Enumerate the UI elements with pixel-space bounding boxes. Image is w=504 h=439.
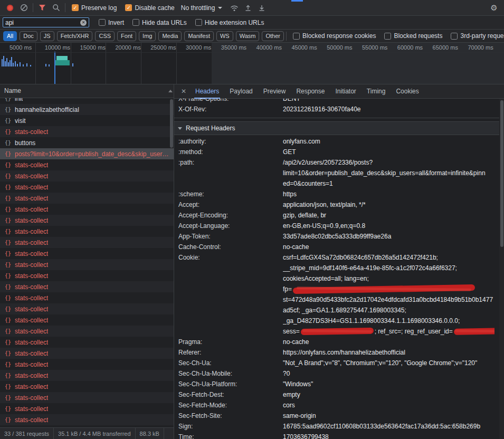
request-row[interactable]: {}buttons	[0, 137, 174, 148]
header-name: Pragma:	[174, 337, 283, 347]
overview-timeline[interactable]: 5000 ms10000 ms15000 ms20000 ms25000 ms3…	[0, 43, 504, 84]
activity-bar	[72, 63, 73, 66]
request-list-scrollbar[interactable]	[169, 98, 174, 427]
request-row[interactable]: {}stats-collect	[0, 403, 174, 414]
filter-chip-img[interactable]: Img	[139, 31, 156, 41]
tab-response[interactable]: Response	[291, 84, 330, 99]
request-row[interactable]: {}stats-collect	[0, 237, 174, 248]
preserve-log-checkbox[interactable]: Preserve log	[72, 4, 117, 12]
hide-extension-urls-checkbox[interactable]: Hide extension URLs	[195, 19, 264, 26]
blocked-response-cookies-checkbox[interactable]: Blocked response cookies	[293, 32, 376, 40]
filter-chip-wasm[interactable]: Wasm	[236, 31, 260, 41]
throttling-select[interactable]: No throttling	[181, 4, 223, 12]
tab-preview[interactable]: Preview	[258, 84, 291, 99]
filter-chip-other[interactable]: Other	[262, 31, 284, 41]
timeline-column: 45000 ms	[282, 43, 318, 84]
header-value: DENY	[283, 99, 504, 104]
tab-headers[interactable]: Headers	[190, 84, 224, 99]
scrollbar-thumb[interactable]	[500, 100, 503, 247]
request-row[interactable]: {}stats-collect	[0, 259, 174, 270]
tab-payload[interactable]: Payload	[224, 84, 258, 99]
request-row[interactable]: {}stats-collect	[0, 248, 174, 259]
settings-button[interactable]	[487, 1, 501, 15]
invert-label: Invert	[108, 19, 124, 26]
request-row[interactable]: {}stats-collect	[0, 182, 174, 193]
clear-button[interactable]	[17, 1, 31, 15]
blocked-requests-checkbox[interactable]: Blocked requests	[384, 32, 442, 40]
request-row[interactable]: {}stats-collect	[0, 226, 174, 237]
request-name: stats-collect	[15, 250, 48, 257]
tab-cookies[interactable]: Cookies	[391, 84, 424, 99]
request-row[interactable]: {}stats-collect	[0, 392, 174, 403]
close-icon[interactable]: ✕	[178, 88, 189, 95]
request-row[interactable]: {}posts?limit=10&order=publish_date_desc…	[0, 148, 174, 159]
request-row[interactable]: {}stats-collect	[0, 170, 174, 182]
request-row[interactable]: {}stats-collect	[0, 215, 174, 226]
chevron-down-icon	[178, 127, 182, 130]
filter-chip-ws[interactable]: WS	[216, 31, 233, 41]
checkbox-unchecked-icon	[132, 19, 139, 26]
filter-chip-fetch-xhr[interactable]: Fetch/XHR	[57, 31, 93, 41]
header-name: App-Token:	[174, 231, 283, 242]
search-icon	[52, 4, 60, 12]
json-icon: {}	[4, 118, 12, 123]
request-row[interactable]: {}init	[0, 98, 174, 104]
request-name: stats-collect	[15, 294, 48, 302]
request-row[interactable]: {}stats-collect	[0, 159, 174, 170]
request-row[interactable]: {}stats-collect	[0, 370, 174, 381]
request-row[interactable]: {}visit	[0, 115, 174, 126]
hide-data-urls-checkbox[interactable]: Hide data URLs	[132, 19, 187, 26]
disable-cache-checkbox[interactable]: Disable cache	[125, 4, 174, 12]
request-row[interactable]: {}stats-collect	[0, 314, 174, 326]
request-row[interactable]: {}stats-collect	[0, 281, 174, 292]
activity-bar	[3, 56, 4, 66]
filter-chip-manifest[interactable]: Manifest	[184, 31, 214, 41]
header-value: no-cache	[283, 337, 504, 347]
filter-chip-font[interactable]: Font	[117, 31, 136, 41]
failed-json-icon: {}	[4, 206, 12, 212]
request-row[interactable]: {}stats-collect	[0, 270, 174, 281]
request-row[interactable]: {}stats-collect	[0, 204, 174, 215]
record-button[interactable]	[3, 1, 17, 15]
header-value: onlyfans.com	[283, 136, 504, 147]
blocked-response-cookies-label: Blocked response cookies	[302, 32, 376, 40]
clear-filter-icon[interactable]	[80, 20, 87, 26]
search-button[interactable]	[49, 1, 63, 15]
request-row[interactable]: {}stats-collect	[0, 303, 174, 314]
filter-input[interactable]	[5, 19, 80, 26]
request-row[interactable]: {}stats-collect	[0, 326, 174, 337]
request-row[interactable]: {}stats-collect	[0, 381, 174, 392]
request-name: stats-collect	[15, 217, 48, 224]
scrollbar-thumb[interactable]	[170, 99, 173, 148]
network-conditions-button[interactable]	[227, 1, 241, 15]
invert-checkbox[interactable]: Invert	[99, 19, 124, 26]
request-row[interactable]: {}stats-collect	[0, 292, 174, 303]
filter-chip-doc[interactable]: Doc	[20, 31, 37, 41]
third-party-requests-checkbox[interactable]: 3rd-party requests	[451, 32, 504, 40]
tab-timing[interactable]: Timing	[362, 84, 391, 99]
request-row[interactable]: {}stats-collect	[0, 193, 174, 204]
import-har-button[interactable]	[241, 1, 255, 15]
request-row[interactable]: {}stats-collect	[0, 348, 174, 359]
request-headers-section[interactable]: Request Headers	[174, 121, 504, 135]
details-scrollbar[interactable]	[499, 99, 504, 439]
filter-toggle-button[interactable]	[35, 1, 49, 15]
request-row[interactable]: {}stats-collect	[0, 126, 174, 137]
tab-initiator[interactable]: Initiator	[330, 84, 361, 99]
request-row[interactable]: {}hannahelizabethofficial	[0, 104, 174, 115]
request-row[interactable]: {}stats-collect	[0, 359, 174, 370]
failed-json-icon: {}	[4, 129, 12, 135]
filter-chip-css[interactable]: CSS	[95, 31, 115, 41]
export-har-button[interactable]	[255, 1, 269, 15]
response-headers-tail: X-Of-Rev:202312261916-30670fa40e	[174, 104, 504, 114]
resource-type-bar: AllDocJSFetch/XHRCSSFontImgMediaManifest…	[0, 30, 504, 43]
scroll-up-icon[interactable]	[168, 90, 173, 92]
request-name: stats-collect	[15, 283, 48, 291]
filter-chip-js[interactable]: JS	[40, 31, 54, 41]
filter-chip-media[interactable]: Media	[158, 31, 182, 41]
filter-chip-all[interactable]: All	[3, 31, 17, 41]
timeline-marker[interactable]	[54, 52, 55, 84]
name-column-header[interactable]: Name	[0, 84, 174, 98]
request-row[interactable]: {}stats-collect	[0, 414, 174, 425]
request-row[interactable]: {}stats-collect	[0, 337, 174, 348]
